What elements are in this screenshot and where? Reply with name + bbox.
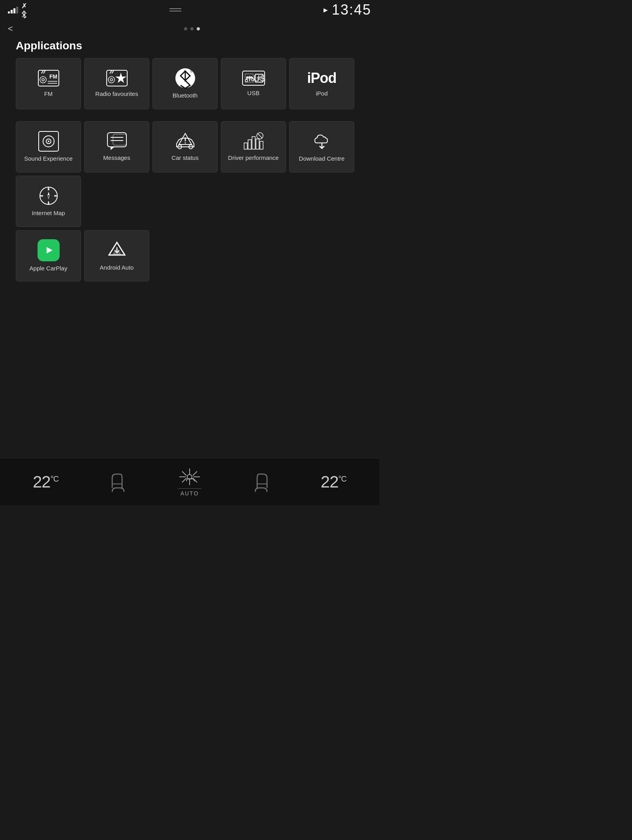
- usb-icon: USB: [242, 70, 265, 86]
- svg-line-69: [182, 471, 186, 476]
- app-ipod[interactable]: iPod iPod: [289, 58, 354, 109]
- car-status-label: Car status: [171, 154, 198, 162]
- messages-icon: [107, 132, 127, 151]
- app-section-row2: Sound Experience Messages: [0, 121, 379, 227]
- app-driver-performance[interactable]: Driver performance: [221, 121, 286, 172]
- svg-rect-44: [260, 141, 263, 149]
- nav-bar: <: [0, 20, 379, 38]
- svg-marker-58: [47, 196, 50, 200]
- app-apple-carplay[interactable]: Apple CarPlay: [16, 230, 81, 281]
- svg-point-30: [48, 141, 49, 142]
- signal-bars: [8, 7, 18, 13]
- svg-rect-43: [256, 139, 259, 149]
- clock: 13:45: [332, 2, 371, 18]
- svg-line-1: [41, 70, 43, 73]
- svg-text:W: W: [40, 194, 43, 198]
- svg-line-70: [193, 478, 197, 482]
- internet-map-label: Internet Map: [32, 209, 65, 217]
- svg-rect-42: [252, 137, 255, 149]
- svg-point-39: [184, 142, 186, 144]
- fm-icon: FM: [38, 69, 60, 87]
- seat-right-icon: [251, 470, 271, 494]
- svg-rect-40: [244, 143, 247, 149]
- app-messages[interactable]: Messages: [84, 121, 149, 172]
- page-title: Applications: [0, 38, 379, 58]
- svg-line-9: [110, 70, 112, 73]
- radio-favourites-label: Radio favourites: [95, 90, 138, 98]
- svg-line-2: [43, 70, 45, 73]
- app-grid-row3: Apple CarPlay Android Auto: [16, 230, 363, 281]
- app-bluetooth[interactable]: ® Bluetooth: [152, 58, 218, 109]
- svg-line-46: [258, 133, 262, 138]
- app-section-row1: FM FM Radio fa: [0, 58, 379, 109]
- status-center: [169, 8, 181, 11]
- app-sound-experience[interactable]: Sound Experience: [16, 121, 81, 172]
- svg-text:FM: FM: [49, 73, 57, 80]
- svg-line-72: [182, 478, 186, 482]
- status-bar: ✗ ▶ 13:45: [0, 0, 379, 20]
- messages-label: Messages: [103, 154, 130, 162]
- svg-point-3: [40, 77, 46, 83]
- auto-label: AUTO: [181, 490, 199, 497]
- apple-carplay-icon: [38, 239, 60, 261]
- bottom-bar: 22°C AUTO: [0, 458, 379, 505]
- seat-left-icon: [108, 470, 128, 494]
- app-car-status[interactable]: Car status: [152, 121, 218, 172]
- app-internet-map[interactable]: N S E W Internet Map: [16, 176, 81, 227]
- svg-point-4: [42, 79, 44, 81]
- play-icon: ▶: [324, 7, 328, 13]
- sound-experience-icon: [38, 131, 59, 152]
- back-button[interactable]: <: [8, 24, 13, 34]
- page-indicator: [184, 27, 200, 30]
- svg-rect-34: [113, 134, 126, 145]
- driver-performance-icon: [243, 132, 265, 151]
- svg-rect-8: [107, 70, 127, 86]
- bluetooth-app-icon: ®: [175, 68, 196, 88]
- svg-text:®: ®: [190, 69, 193, 73]
- sound-experience-label: Sound Experience: [24, 155, 73, 163]
- svg-marker-57: [47, 192, 50, 196]
- bluetooth-status-icon: ✗: [21, 2, 27, 18]
- driver-performance-label: Driver performance: [228, 154, 278, 162]
- svg-line-71: [193, 471, 197, 476]
- temp-right: 22°C: [321, 472, 346, 491]
- android-auto-icon: [107, 240, 127, 261]
- app-grid-row2: Sound Experience Messages: [16, 121, 363, 227]
- status-right: ▶ 13:45: [324, 2, 371, 18]
- android-auto-label: Android Auto: [100, 264, 134, 272]
- app-android-auto[interactable]: Android Auto: [84, 230, 149, 281]
- download-centre-label: Download Centre: [299, 155, 345, 163]
- svg-text:N: N: [47, 188, 50, 191]
- app-download-centre[interactable]: Download Centre: [289, 121, 354, 172]
- ipod-text: iPod: [307, 70, 337, 86]
- apple-carplay-label: Apple CarPlay: [30, 264, 68, 272]
- app-radio-favourites[interactable]: Radio favourites: [84, 58, 149, 109]
- ipod-label: iPod: [316, 90, 327, 98]
- download-centre-icon: [312, 131, 332, 152]
- temp-left: 22°C: [33, 472, 58, 491]
- svg-point-11: [108, 77, 115, 83]
- usb-label: USB: [247, 89, 260, 97]
- radio-favourites-icon: [106, 69, 128, 87]
- svg-line-10: [112, 70, 114, 73]
- dot-1: [184, 27, 187, 30]
- fm-label: FM: [44, 90, 53, 98]
- svg-rect-41: [248, 140, 251, 149]
- svg-text:E: E: [55, 194, 56, 198]
- app-fm[interactable]: FM FM: [16, 58, 81, 109]
- auto-line: [178, 488, 201, 489]
- app-usb[interactable]: USB USB: [221, 58, 286, 109]
- menu-icon: [169, 8, 181, 11]
- carplay-bg: [38, 239, 60, 261]
- app-grid-row1: FM FM Radio fa: [16, 58, 363, 109]
- status-left: ✗: [8, 2, 27, 18]
- bluetooth-label: Bluetooth: [173, 92, 198, 99]
- car-status-icon: [174, 132, 196, 151]
- dot-2: [190, 27, 194, 30]
- climate-center: AUTO: [178, 467, 201, 497]
- svg-rect-31: [107, 133, 126, 147]
- ipod-icon: iPod: [307, 70, 337, 86]
- internet-map-icon: N S E W: [38, 186, 59, 206]
- dot-3: [197, 27, 200, 30]
- svg-text:S: S: [47, 201, 49, 205]
